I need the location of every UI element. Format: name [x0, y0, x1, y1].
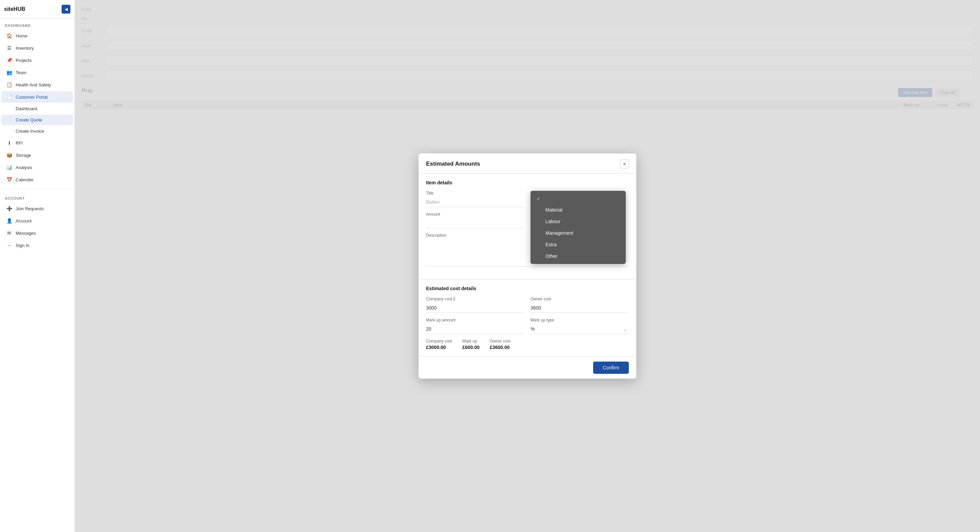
estimated-amounts-modal: Estimated Amounts ✕ Item details Title — [418, 153, 636, 379]
markup-row: Mark up amount Mark up type % £ — [426, 318, 629, 334]
join-requests-icon: ➕ — [6, 206, 12, 211]
sidebar-sub-label: Create Invoice — [16, 129, 44, 134]
markup-amount-label: Mark up amount — [426, 318, 524, 322]
summary-owner-cost-value: £3600.00 — [490, 345, 511, 350]
type-option-label: Material — [546, 207, 563, 213]
summary-company-cost-value: £3000.00 — [426, 345, 452, 350]
rfi-icon: ℹ — [6, 140, 12, 146]
sidebar-item-label: Analysis — [16, 165, 32, 170]
markup-amount-group: Mark up amount — [426, 318, 524, 334]
sidebar-item-label: Customer Portal — [16, 95, 48, 100]
sidebar-item-storage[interactable]: 📦 Storage — [2, 149, 73, 161]
sidebar-header: siteHUB ◀ — [0, 0, 75, 19]
sidebar-item-label: Storage — [16, 153, 31, 158]
calender-icon: 📅 — [6, 177, 12, 182]
markup-type-select[interactable]: % £ — [530, 324, 629, 334]
markup-type-select-wrapper: % £ — [530, 324, 629, 334]
sidebar-item-home[interactable]: 🏠 Home — [2, 30, 73, 41]
modal-title: Estimated Amounts — [426, 160, 480, 167]
type-option-material[interactable]: Material — [530, 204, 626, 216]
close-icon: ✕ — [623, 162, 627, 167]
sidebar-item-account[interactable]: 👤 Account — [2, 215, 73, 227]
sidebar-collapse-button[interactable]: ◀ — [62, 5, 70, 14]
sidebar: siteHUB ◀ DASHBOARD 🏠 Home ☰ Inventory 📌… — [0, 0, 75, 532]
amount-input[interactable] — [426, 218, 524, 228]
inventory-icon: ☰ — [6, 45, 12, 51]
company-cost-input[interactable] — [426, 303, 524, 313]
sidebar-sub-item-create-invoice[interactable]: Create Invoice — [2, 126, 73, 137]
type-option-blank[interactable]: ✓ — [530, 193, 626, 204]
modal-close-button[interactable]: ✕ — [620, 160, 629, 168]
type-option-extra[interactable]: Extra — [530, 239, 626, 250]
summary-company-cost: Company cost £3000.00 — [426, 339, 452, 350]
owner-cost-label: Owner cost — [530, 297, 629, 302]
sidebar-item-label: Messages — [16, 230, 36, 236]
title-input[interactable] — [426, 197, 524, 207]
sidebar-item-label: Account — [16, 218, 32, 224]
sidebar-item-label: RFI — [16, 140, 23, 146]
team-icon: 👥 — [6, 70, 12, 75]
sidebar-item-label: Team — [16, 70, 27, 75]
type-option-other[interactable]: Other — [530, 250, 626, 262]
sidebar-item-team[interactable]: 👥 Team — [2, 67, 73, 78]
sidebar-item-label: Health And Safety — [16, 82, 51, 87]
sidebar-item-inventory[interactable]: ☰ Inventory — [2, 42, 73, 54]
type-option-label: Labour — [546, 219, 560, 224]
summary-markup: Mark up £600.00 — [463, 339, 480, 350]
sidebar-item-label: Projects — [16, 58, 32, 63]
projects-icon: 📌 — [6, 57, 12, 63]
company-cost-label: Company cost £ — [426, 297, 524, 302]
title-type-row: Title Type ✓ Material — [426, 191, 629, 207]
markup-amount-input[interactable] — [426, 324, 524, 334]
type-dropdown-container: Type ✓ Material Labour — [530, 191, 629, 207]
markup-type-group: Mark up type % £ — [530, 318, 629, 334]
modal-footer: Confirm — [418, 357, 636, 379]
sidebar-item-label: Home — [16, 33, 27, 38]
amount-label: Amount — [426, 212, 524, 217]
sign-in-icon: → — [6, 243, 12, 248]
type-option-label: Extra — [546, 242, 557, 247]
markup-type-label: Mark up type — [530, 318, 629, 322]
sidebar-sub-item-cp-dashboard[interactable]: Dashboard — [2, 103, 73, 114]
owner-cost-group: Owner cost — [530, 297, 629, 313]
summary-company-cost-label: Company cost — [426, 339, 452, 343]
check-icon: ✓ — [537, 196, 542, 201]
sidebar-sub-item-create-quote[interactable]: Create Quote — [2, 114, 73, 125]
item-details-section: Item details Title Type ✓ — [418, 174, 636, 279]
sidebar-sub-label: Dashboard — [16, 106, 37, 111]
sidebar-item-label: Sign In — [16, 243, 29, 248]
company-cost-group: Company cost £ — [426, 297, 524, 313]
sidebar-item-label: Calender — [16, 177, 34, 182]
messages-icon: ✉ — [6, 230, 12, 236]
sidebar-item-health[interactable]: 📋 Health And Safety — [2, 79, 73, 91]
health-icon: 📋 — [6, 82, 12, 87]
sidebar-item-customer-portal[interactable]: 📄 Customer Portal — [2, 91, 73, 103]
sidebar-sub-label: Create Quote — [16, 118, 42, 122]
type-dropdown-menu[interactable]: ✓ Material Labour — [530, 191, 626, 264]
summary-owner-cost-label: Owner cost — [490, 339, 511, 343]
analysis-icon: 📊 — [6, 165, 12, 170]
type-option-labour[interactable]: Labour — [530, 216, 626, 227]
cost-details-title: Estimated cost details — [426, 286, 629, 291]
type-option-management[interactable]: Management — [530, 227, 626, 239]
sidebar-item-label: Join Requests — [16, 206, 43, 211]
sidebar-item-join-requests[interactable]: ➕ Join Requests — [2, 203, 73, 214]
sidebar-item-projects[interactable]: 📌 Projects — [2, 54, 73, 66]
sidebar-item-messages[interactable]: ✉ Messages — [2, 227, 73, 239]
type-option-label: Management — [546, 230, 573, 236]
sidebar-item-analysis[interactable]: 📊 Analysis — [2, 162, 73, 173]
sidebar-item-rfi[interactable]: ℹ RFI — [2, 137, 73, 149]
account-section-title: ACCOUNT — [0, 192, 75, 202]
sidebar-item-calender[interactable]: 📅 Calender — [2, 174, 73, 186]
item-details-title: Item details — [426, 180, 629, 186]
confirm-button[interactable]: Confirm — [593, 362, 629, 374]
storage-icon: 📦 — [6, 152, 12, 158]
customer-portal-icon: 📄 — [6, 94, 12, 100]
account-icon: 👤 — [6, 218, 12, 224]
summary-markup-value: £600.00 — [463, 345, 480, 350]
owner-cost-input[interactable] — [530, 303, 629, 313]
sidebar-item-sign-in[interactable]: → Sign In — [2, 240, 73, 251]
app-logo: siteHUB — [4, 6, 25, 12]
cost-summary: Company cost £3000.00 Mark up £600.00 Ow… — [426, 339, 629, 350]
summary-owner-cost: Owner cost £3600.00 — [490, 339, 511, 350]
